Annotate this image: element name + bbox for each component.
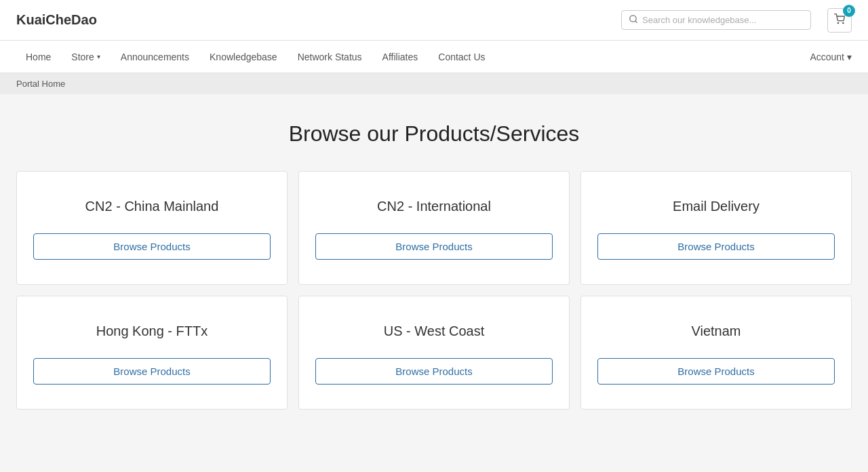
nav-item-announcements[interactable]: Announcements [111,41,199,73]
product-card-cn2-international: CN2 - International Browse Products [298,171,570,285]
cart-button[interactable]: 0 [827,8,852,33]
header-left: KuaiCheDao [16,12,97,28]
site-logo: KuaiCheDao [16,12,97,28]
product-title-email-delivery: Email Delivery [673,199,760,214]
cart-badge: 0 [843,5,855,17]
search-wrapper [621,10,811,30]
nav-left: Home Store ▾ Announcements Knowledgebase… [16,41,495,73]
account-chevron-icon: ▾ [847,52,852,62]
header-right: 0 [621,8,852,33]
nav-item-store[interactable]: Store ▾ [62,41,109,73]
breadcrumb: Portal Home [0,73,868,94]
svg-line-1 [635,21,637,23]
nav-item-network-status[interactable]: Network Status [288,41,372,73]
nav-account[interactable]: Account ▾ [810,52,852,62]
browse-products-hong-kong[interactable]: Browse Products [33,358,271,385]
product-title-cn2-china: CN2 - China Mainland [85,199,219,214]
products-grid: CN2 - China Mainland Browse Products CN2… [16,171,852,410]
nav-item-knowledgebase[interactable]: Knowledgebase [200,41,287,73]
search-icon [629,14,638,26]
cart-icon [834,14,845,26]
svg-point-2 [837,22,838,23]
browse-products-vietnam[interactable]: Browse Products [597,358,835,385]
browse-products-cn2-china[interactable]: Browse Products [33,233,271,260]
product-title-us-west-coast: US - West Coast [384,323,485,339]
chevron-down-icon: ▾ [97,53,100,60]
page-title: Browse our Products/Services [16,121,852,146]
product-card-us-west-coast: US - West Coast Browse Products [298,296,570,410]
nav-item-affiliates[interactable]: Affiliates [373,41,428,73]
browse-products-cn2-international[interactable]: Browse Products [315,233,553,260]
main-content: Browse our Products/Services CN2 - China… [0,94,868,450]
nav-item-contact-us[interactable]: Contact Us [429,41,494,73]
nav-item-home[interactable]: Home [16,41,60,73]
product-title-vietnam: Vietnam [691,323,741,339]
product-card-vietnam: Vietnam Browse Products [580,296,852,410]
product-card-hong-kong: Hong Kong - FTTx Browse Products [16,296,288,410]
product-card-email-delivery: Email Delivery Browse Products [580,171,852,285]
search-input[interactable] [642,15,804,25]
browse-products-email-delivery[interactable]: Browse Products [597,233,835,260]
svg-point-3 [843,22,844,23]
product-title-hong-kong: Hong Kong - FTTx [96,323,208,339]
product-card-cn2-china: CN2 - China Mainland Browse Products [16,171,288,285]
navbar: Home Store ▾ Announcements Knowledgebase… [0,41,868,73]
browse-products-us-west-coast[interactable]: Browse Products [315,358,553,385]
product-title-cn2-international: CN2 - International [377,199,491,214]
header: KuaiCheDao 0 [0,0,868,41]
